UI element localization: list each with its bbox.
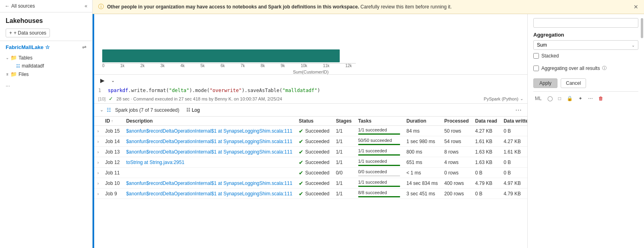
axis-tick-6k: 6k xyxy=(221,64,225,68)
stacked-label: Stacked xyxy=(541,53,559,59)
chart-axis-ticks: 0 1k 2k 3k 4k 5k 6k 7k 8k 9k 10k 11k xyxy=(102,64,352,68)
job-link[interactable]: $anonfun$recordDeltaOperationInternal$1 … xyxy=(126,139,292,144)
row-expand-button[interactable]: › xyxy=(97,181,99,186)
row-expand-button[interactable]: › xyxy=(97,150,99,154)
cell-description: toString at String.java:2951 xyxy=(123,157,295,168)
cell-tasks: 8/8 succeeded xyxy=(355,189,403,199)
cell-data-written: 4.97 KB xyxy=(500,178,527,189)
scrollbar-thumb xyxy=(641,18,643,38)
cell-description xyxy=(123,168,295,178)
frame-button[interactable]: ◯ xyxy=(546,95,554,102)
tree-item-tables[interactable]: ⌄ 📁 Tables xyxy=(3,53,92,62)
run-button[interactable]: ▶ xyxy=(98,76,106,84)
language-chevron-icon[interactable]: ⌄ xyxy=(520,96,523,101)
status-success-icon: ✔ xyxy=(299,180,303,187)
cell-duration: 84 ms xyxy=(403,126,441,136)
row-expand-button[interactable]: › xyxy=(97,160,99,165)
row-expand-button[interactable]: › xyxy=(97,171,99,175)
table-row: › Job 10 $anonfun$recordDeltaOperationIn… xyxy=(94,178,527,189)
axis-tick-1k: 1k xyxy=(120,64,125,68)
lakehouse-action-icon[interactable]: ⇌ xyxy=(82,44,87,50)
lock-button[interactable]: 🔒 xyxy=(565,95,574,102)
code-keyword: sparkdf xyxy=(108,88,128,93)
cell-data-written: 0 B xyxy=(500,126,527,136)
job-link[interactable]: $anonfun$recordDeltaOperationInternal$1 … xyxy=(126,180,292,186)
aggregating-label: Aggregating over all results xyxy=(541,66,600,71)
cell-id: Job 10 xyxy=(102,178,123,189)
aggregation-select-wrapper: Sum Count Average Min Max ⌄ xyxy=(533,40,638,50)
table-row: › Job 12 toString at String.java:2951 ✔ … xyxy=(94,157,527,168)
sparkle-button[interactable]: ✦ xyxy=(577,95,584,102)
log-button[interactable]: ☷ Log xyxy=(186,107,200,113)
aggregation-select[interactable]: Sum Count Average Min Max xyxy=(537,42,632,48)
spark-jobs-collapse-icon[interactable]: ⌄ xyxy=(100,107,103,113)
warning-bar: ⓘ Other people in your organization may … xyxy=(93,0,644,14)
cancel-button[interactable]: Cancel xyxy=(561,78,586,88)
warning-icon: ⓘ xyxy=(98,3,104,10)
cell-status-text: 28 sec · Command executed in 27 sec 418 … xyxy=(116,96,282,101)
table-row: › Job 11 ✔ Succeeded 0/0 0/0 succeeded <… xyxy=(94,168,527,178)
th-data-read: Data read xyxy=(472,117,500,126)
delete-button[interactable]: 🗑 xyxy=(597,95,605,102)
sidebar-tree: ⌄ 📁 Tables ☷ malldatadf ⌆ 📁 Files xyxy=(0,53,92,78)
more-options[interactable]: ... xyxy=(0,78,92,91)
sidebar-collapse-button[interactable]: « xyxy=(85,3,87,9)
row-expand-button[interactable]: › xyxy=(97,139,99,144)
spark-jobs-table: ID ↑ Description Status Stages Tasks Dur… xyxy=(94,117,527,199)
axis-tick-12k: 12k xyxy=(345,64,352,68)
th-processed: Processed xyxy=(441,117,472,126)
stacked-checkbox[interactable] xyxy=(533,53,539,59)
row-expand-button[interactable]: › xyxy=(97,129,99,133)
add-data-sources-button[interactable]: + + Data sources xyxy=(6,29,50,37)
job-link[interactable]: $anonfun$recordDeltaOperationInternal$1 … xyxy=(126,149,292,155)
task-bar-bg xyxy=(358,165,400,166)
expand-button[interactable]: ⌄ xyxy=(109,76,117,84)
task-label: 1/1 succeeded xyxy=(358,159,387,164)
lakehouse-name[interactable]: FabricMallLake ☆ xyxy=(6,44,50,50)
th-description: Description xyxy=(123,117,295,126)
job-link[interactable]: $anonfun$recordDeltaOperationInternal$1 … xyxy=(126,191,292,197)
cell-data-written: 4.27 KB xyxy=(500,136,527,147)
tree-item-malldatadf[interactable]: ☷ malldatadf xyxy=(3,62,92,70)
th-duration: Duration xyxy=(403,117,441,126)
axis-tick-7k: 7k xyxy=(241,64,245,68)
content-split: 0 1k 2k 3k 4k 5k 6k 7k 8k 9k 10k 11k xyxy=(93,14,644,248)
task-bar-fill xyxy=(358,154,400,156)
cell-data-written: 0 B xyxy=(500,157,527,168)
cell-tasks: 1/1 succeeded xyxy=(355,178,403,189)
task-bar: 1/1 succeeded xyxy=(358,148,400,156)
cell-language[interactable]: PySpark (Python) xyxy=(484,96,518,101)
axis-tick-10k: 10k xyxy=(301,64,307,68)
spark-jobs-header: ⌄ ☷ Spark jobs (7 of 7 succeeded) ☷ Log … xyxy=(94,104,527,117)
aggregating-info-icon[interactable]: ⓘ xyxy=(602,65,607,71)
job-link[interactable]: $anonfun$recordDeltaOperationInternal$1 … xyxy=(126,128,292,134)
cell-id: Job 11 xyxy=(102,168,123,178)
tree-item-files[interactable]: ⌆ 📁 Files xyxy=(3,70,92,78)
ml-button[interactable]: ML xyxy=(533,95,543,102)
cell-data-read: 4.79 KB xyxy=(472,178,500,189)
axis-tick-9k: 9k xyxy=(281,64,285,68)
status-success-icon: ✔ xyxy=(299,128,303,134)
chart-area: 0 1k 2k 3k 4k 5k 6k 7k 8k 9k 10k 11k xyxy=(102,18,519,74)
chart-bar-container xyxy=(102,18,519,62)
code-method3: ).saveAsTable( xyxy=(242,88,282,93)
more-tools-button[interactable]: ⋯ xyxy=(586,95,594,102)
back-button[interactable]: ← All sources xyxy=(5,3,35,9)
th-id: ID ↑ xyxy=(102,117,123,126)
cell-tasks: 0/0 succeeded xyxy=(355,168,403,178)
cell-id: Job 12 xyxy=(102,157,123,168)
table-item-label: malldatadf xyxy=(22,63,44,69)
cell-tasks: 1/1 succeeded xyxy=(355,147,403,157)
frame2-button[interactable]: □ xyxy=(557,95,563,102)
aggregating-checkbox[interactable] xyxy=(533,66,539,71)
job-link[interactable]: toString at String.java:2951 xyxy=(126,160,184,165)
warning-close-button[interactable]: ✕ xyxy=(634,4,638,10)
apply-button[interactable]: Apply xyxy=(533,78,557,88)
sort-icon[interactable]: ↑ xyxy=(111,119,113,123)
spark-jobs-more-button[interactable]: ⋯ xyxy=(515,106,522,114)
task-bar-bg xyxy=(358,154,400,156)
row-expand-button[interactable]: › xyxy=(97,192,99,196)
task-bar-fill xyxy=(358,144,400,145)
right-panel-scrollbar[interactable] xyxy=(641,18,643,248)
panel-top-input[interactable] xyxy=(533,18,638,28)
